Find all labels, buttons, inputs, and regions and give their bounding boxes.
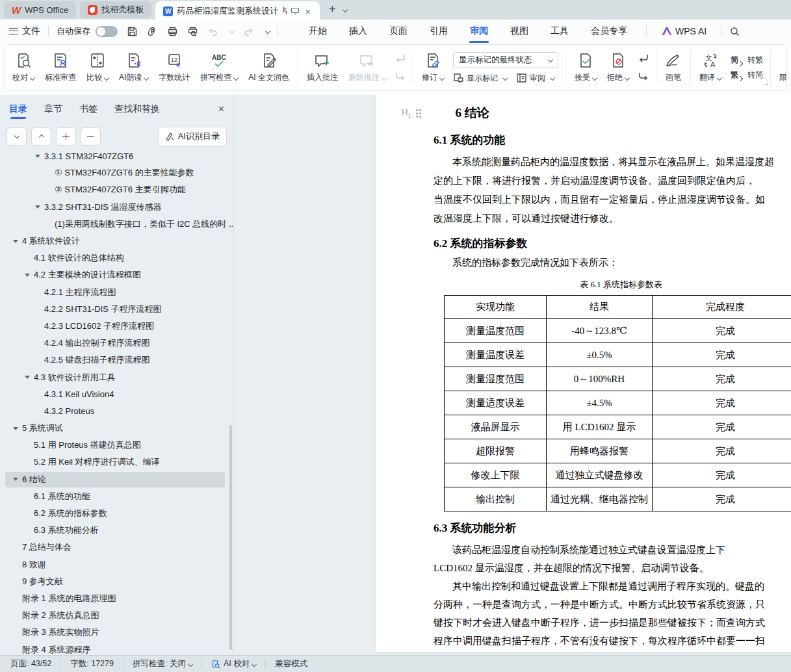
collapse-triangle-icon[interactable] [13, 427, 18, 430]
spellcheck-status[interactable]: 拼写检查: 关闭 [123, 658, 201, 669]
menu-tab-页面[interactable]: 页面 [378, 21, 419, 42]
toc-item[interactable]: 4 系统软件设计 [0, 233, 233, 250]
proofread-button[interactable]: 校对 [7, 46, 40, 89]
ai-recognize-toc-button[interactable]: AI识别目录 [158, 127, 227, 146]
menu-tab-视图[interactable]: 视图 [499, 21, 539, 42]
toc-item[interactable]: 4.3.2 Proteus [0, 403, 233, 420]
desktop-view-icon[interactable] [291, 7, 300, 15]
search-icon[interactable] [729, 26, 740, 37]
ink-brush-button[interactable]: 画笔 [660, 46, 687, 89]
toc-item[interactable]: 附录 3 系统实物照片 [0, 624, 233, 641]
toc-item[interactable]: 6.3 系统功能分析 [0, 522, 233, 539]
traditional-char-icon: 繁 [731, 70, 738, 81]
collapse-triangle-icon[interactable] [13, 240, 18, 243]
toc-item[interactable]: 4.2.2 SHT31-DIS 子程序流程图 [0, 301, 233, 318]
drag-handle-icon[interactable] [416, 109, 422, 118]
next-change-icon[interactable] [637, 71, 650, 83]
collapse-triangle-icon[interactable] [35, 155, 40, 158]
menu-tab-引用[interactable]: 引用 [419, 21, 459, 42]
sidebar-tab-toc[interactable]: 目录 [9, 103, 27, 119]
print-icon[interactable] [167, 26, 178, 37]
toc-item[interactable]: 5.1 用 Proteus 搭建仿真总图 [0, 437, 233, 454]
collapse-all-button[interactable] [31, 127, 51, 146]
tab-wps-office[interactable]: W WPS Office [4, 1, 76, 18]
ai-read-aloud-button[interactable]: AI朗读 [114, 46, 153, 89]
undo-chevron-icon[interactable] [229, 29, 235, 34]
to-traditional-button[interactable]: 简 转繁 [731, 55, 763, 66]
collapse-triangle-icon[interactable] [25, 274, 30, 277]
toc-item[interactable]: 附录 4 系统源程序 [0, 641, 233, 655]
zoom-in-toc-button[interactable] [56, 127, 76, 146]
document-page[interactable]: H1 6 结论 6.1 系统的功能 本系统能测量药品柜内的温湿度数据，将其显示在… [376, 95, 791, 652]
standard-review-button[interactable]: 标准审查 [40, 46, 81, 89]
collapse-triangle-icon[interactable] [35, 205, 40, 209]
page-indicator[interactable]: 页面: 43/52 [9, 658, 60, 669]
zoom-out-toc-button[interactable] [81, 127, 101, 146]
tab-list-chevron-icon[interactable] [343, 7, 348, 12]
word-count-indicator[interactable]: 字数: 17279 [61, 658, 123, 669]
word-count-button[interactable]: 12 字数统计 [153, 46, 195, 89]
collapse-triangle-icon[interactable] [13, 478, 18, 481]
tab-docer-templates[interactable]: 找稻壳模板 [80, 1, 151, 18]
menu-tab-会员专享[interactable]: 会员专享 [580, 21, 638, 42]
wps-ai-button[interactable]: WPS AI [655, 26, 713, 36]
close-sidebar-icon[interactable]: × [218, 103, 224, 119]
toc-item[interactable]: ① STM32F407ZGT6 的主要性能参数 [0, 164, 233, 181]
menu-tab-插入[interactable]: 插入 [338, 21, 378, 42]
close-tab-icon[interactable]: × [304, 6, 312, 17]
sidebar-tab-chapters[interactable]: 章节 [44, 103, 62, 119]
to-simplified-button[interactable]: 繁 转简 [731, 70, 763, 81]
toc-item[interactable]: 9 参考文献 [0, 573, 233, 590]
compare-button[interactable]: 比较 [81, 46, 114, 89]
toc-item[interactable]: 4.2.4 输出控制子程序流程图 [0, 335, 233, 352]
menu-tab-工具[interactable]: 工具 [539, 21, 580, 42]
toc-item[interactable]: 4.2.5 键盘扫描子程序流程图 [0, 352, 233, 368]
accept-change-button[interactable]: 接受 [569, 46, 602, 89]
expand-all-button[interactable] [6, 127, 27, 146]
tab-document-active[interactable]: W 药品柜温湿度监测系统设计 毕 × [155, 1, 320, 21]
toc-item[interactable]: 附录 1 系统的电路原理图 [0, 590, 233, 607]
toolbar-more-chevron-icon[interactable] [265, 29, 270, 34]
toc-item[interactable]: 4.2.1 主程序流程图 [0, 284, 233, 301]
toc-item[interactable]: (1)采用两线制数字接口，类似于 I2C 总线的时 ... [0, 216, 233, 233]
toc-item[interactable]: 4.2 主要模块的设计流程框图 [0, 266, 233, 283]
translate-button[interactable]: 文A 翻译 [694, 46, 727, 89]
toc-item[interactable]: 4.2.3 LCD1602 子程序流程图 [0, 318, 233, 335]
sidebar-tab-bookmarks[interactable]: 书签 [79, 103, 97, 119]
toc-item[interactable]: 8 致谢 [0, 556, 233, 573]
spell-check-button[interactable]: ABC 拼写检查 [195, 46, 243, 89]
ai-polish-button[interactable]: AI 全文润色 [243, 46, 294, 89]
new-tab-button[interactable]: + [324, 3, 341, 18]
reject-change-button[interactable]: 拒绝 [602, 46, 634, 89]
toc-item[interactable]: 6.2 系统的指标参数 [0, 505, 233, 522]
file-menu-button[interactable]: 文件 [9, 25, 40, 37]
print-preview-icon[interactable] [187, 26, 198, 37]
group-expand-icon[interactable] [764, 81, 768, 84]
save-icon[interactable] [127, 26, 138, 37]
ai-proofread-status[interactable]: AI 校对 [202, 658, 265, 669]
toc-item[interactable]: 4.1 软件设计的总体结构 [0, 250, 233, 266]
markup-state-select[interactable]: 显示标记的最终状态 [453, 52, 558, 68]
toc-item[interactable]: 6 结论 [0, 471, 233, 488]
export-pdf-icon[interactable] [147, 26, 158, 37]
toc-item[interactable]: 4.3 软件设计所用工具 [0, 368, 233, 385]
toc-item[interactable]: 4.3.1 Keil uVision4 [0, 386, 233, 403]
toc-item[interactable]: 5 系统调试 [0, 420, 233, 437]
toc-item[interactable]: 附录 2 系统仿真总图 [0, 607, 233, 624]
autosave-toggle[interactable] [96, 26, 118, 37]
sidebar-tab-find-replace[interactable]: 查找和替换 [114, 103, 160, 119]
toc-item[interactable]: 6.1 系统的功能 [0, 488, 233, 505]
toc-item[interactable]: ② STM32F407ZGT6 主要引脚功能 [0, 181, 233, 198]
insert-comment-button[interactable]: 插入批注 [302, 46, 343, 89]
track-changes-button[interactable]: 修订 [417, 46, 449, 89]
show-markup-button[interactable]: 显示标记 [453, 73, 507, 84]
restrict-editing-button[interactable]: 限制编辑 [774, 46, 787, 89]
review-pane-button[interactable]: 审阅 [516, 73, 554, 84]
menu-tab-审阅[interactable]: 审阅 [459, 21, 499, 42]
toc-item[interactable]: 3.3.2 SHT31-DIS 温湿度传感器 [0, 199, 233, 216]
previous-change-icon[interactable] [637, 53, 650, 64]
menu-tab-开始[interactable]: 开始 [298, 21, 338, 42]
toc-item[interactable]: 7 总结与体会 [0, 539, 233, 556]
toc-item[interactable]: 5.2 用 Keil 对程序进行调试、编译 [0, 454, 233, 471]
collapse-triangle-icon[interactable] [25, 376, 30, 379]
